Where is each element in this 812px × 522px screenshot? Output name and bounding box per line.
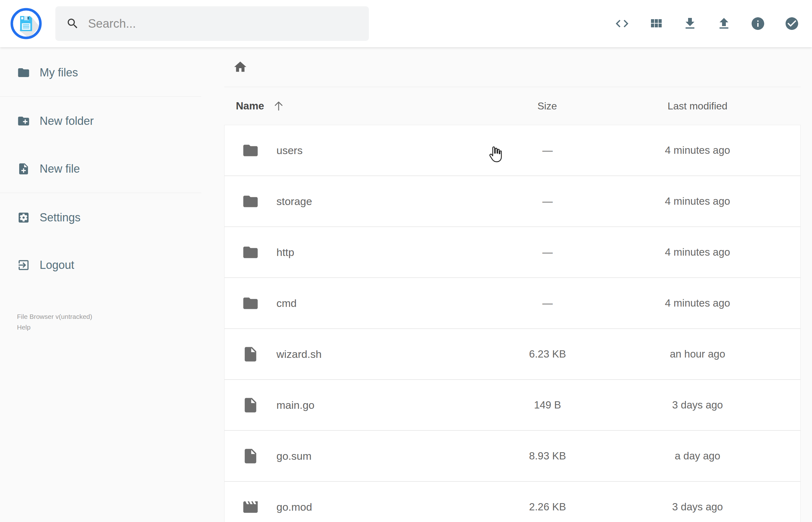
- logout-icon: [17, 259, 30, 272]
- column-header-size[interactable]: Size: [500, 100, 594, 112]
- sidebar-footer: File Browser v(untracked) Help: [0, 311, 207, 333]
- file-name: cmd: [277, 297, 500, 309]
- file-icon: [242, 397, 277, 414]
- folder-icon: [242, 193, 277, 210]
- file-modified: an hour ago: [595, 348, 800, 360]
- download-button[interactable]: [683, 16, 697, 31]
- table-row[interactable]: main.go149 B3 days ago: [224, 380, 801, 430]
- file-name: go.mod: [277, 501, 500, 513]
- app-logo[interactable]: [11, 8, 42, 39]
- sidebar-item-settings[interactable]: Settings: [0, 202, 207, 233]
- file-listing: Name Size Last modified users—4 minutes …: [224, 47, 801, 522]
- table-row[interactable]: go.mod2.26 KB3 days ago: [224, 481, 801, 522]
- switch-view-button[interactable]: [648, 16, 664, 31]
- file-modified: 3 days ago: [595, 501, 800, 513]
- file-size: —: [500, 297, 595, 309]
- search-bar[interactable]: [55, 6, 369, 41]
- file-size: 149 B: [500, 399, 595, 411]
- sidebar-item-new-file[interactable]: New file: [0, 153, 207, 185]
- floppy-disk-logo-icon: [11, 8, 42, 39]
- breadcrumb: [224, 47, 801, 87]
- file-modified: 4 minutes ago: [595, 195, 800, 207]
- sidebar-item-new-folder[interactable]: New folder: [0, 105, 207, 137]
- file-modified: 4 minutes ago: [595, 297, 800, 309]
- settings-icon: [17, 211, 30, 224]
- table-row[interactable]: wizard.sh6.23 KBan hour ago: [224, 328, 801, 380]
- folder-icon: [242, 142, 277, 159]
- file-name: storage: [277, 195, 500, 207]
- file-size: —: [500, 195, 595, 207]
- sort-arrow-up-icon: [272, 100, 285, 112]
- sidebar-item-label: My files: [40, 66, 78, 79]
- table-row[interactable]: http—4 minutes ago: [224, 227, 801, 278]
- sidebar-item-label: New file: [40, 162, 80, 176]
- file-name: main.go: [277, 399, 500, 411]
- select-multiple-button[interactable]: [784, 16, 799, 31]
- sidebar-item-logout[interactable]: Logout: [0, 249, 207, 281]
- sidebar-item-label: Settings: [40, 211, 81, 224]
- sidebar-item-label: Logout: [40, 259, 74, 272]
- file-icon: [242, 346, 277, 363]
- listing-rows: users—4 minutes agostorage—4 minutes ago…: [224, 125, 801, 522]
- file-modified: a day ago: [595, 450, 800, 462]
- column-header-name-label: Name: [236, 100, 264, 112]
- movie-icon: [242, 498, 277, 516]
- file-size: —: [500, 144, 595, 156]
- new-folder-icon: [17, 115, 30, 128]
- file-size: 6.23 KB: [500, 348, 595, 360]
- app-version-text: File Browser v(untracked): [17, 311, 207, 322]
- folder-icon: [242, 244, 277, 261]
- file-name: go.sum: [277, 450, 500, 462]
- new-file-icon: [17, 162, 30, 176]
- file-size: 8.93 KB: [500, 450, 595, 462]
- raw-view-button[interactable]: [614, 16, 630, 31]
- sidebar-item-my-files[interactable]: My files: [0, 57, 207, 88]
- file-icon: [242, 447, 277, 465]
- help-link[interactable]: Help: [17, 322, 207, 333]
- folder-icon: [17, 66, 30, 79]
- file-modified: 3 days ago: [595, 399, 800, 411]
- breadcrumb-home-button[interactable]: [233, 60, 247, 74]
- file-name: wizard.sh: [277, 348, 500, 360]
- folder-icon: [242, 295, 277, 312]
- file-size: 2.26 KB: [500, 501, 595, 513]
- sidebar-divider: [0, 193, 201, 193]
- table-row[interactable]: go.sum8.93 KBa day ago: [224, 430, 801, 481]
- listing-header: Name Size Last modified: [224, 87, 801, 125]
- file-modified: 4 minutes ago: [595, 144, 800, 156]
- column-header-modified[interactable]: Last modified: [594, 100, 801, 112]
- header: [0, 0, 812, 47]
- table-row[interactable]: storage—4 minutes ago: [224, 176, 801, 227]
- file-modified: 4 minutes ago: [595, 246, 800, 258]
- info-button[interactable]: [750, 16, 766, 31]
- file-size: —: [500, 246, 595, 258]
- sidebar-divider: [0, 96, 201, 97]
- sidebar: My files New folder New file Settings Lo…: [0, 47, 207, 333]
- sidebar-item-label: New folder: [40, 115, 94, 128]
- file-name: users: [277, 144, 500, 157]
- table-row[interactable]: cmd—4 minutes ago: [224, 278, 801, 328]
- file-name: http: [277, 246, 500, 259]
- search-icon: [66, 17, 79, 30]
- search-input[interactable]: [88, 17, 358, 31]
- column-header-name[interactable]: Name: [224, 100, 500, 112]
- table-row[interactable]: users—4 minutes ago: [224, 125, 801, 176]
- toolbar-actions: [614, 0, 799, 47]
- upload-button[interactable]: [716, 16, 731, 31]
